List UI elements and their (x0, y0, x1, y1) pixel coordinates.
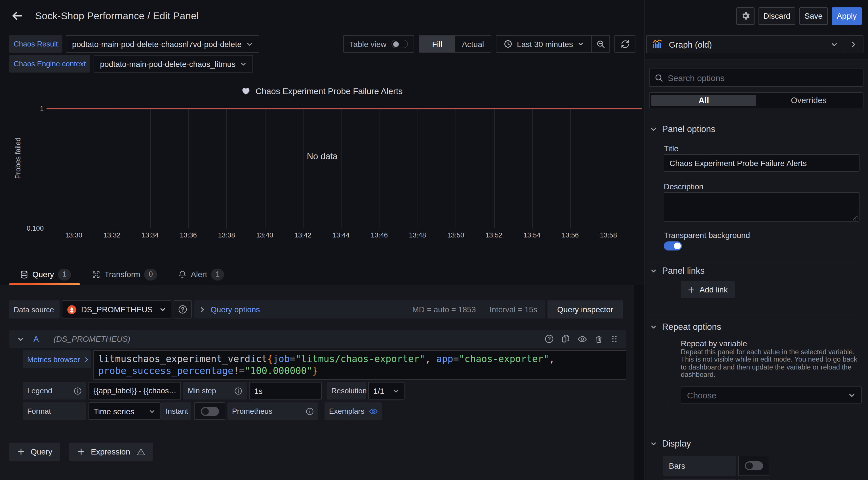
info-circle-icon[interactable] (234, 387, 242, 395)
editor-tabs: Query 1 Transform 0 Alert (0, 264, 645, 285)
trash-icon[interactable] (594, 335, 603, 343)
datasource-help-button[interactable] (174, 300, 192, 318)
drag-handle-icon[interactable] (611, 335, 618, 343)
collapse-options-button[interactable] (844, 36, 863, 53)
filter-all[interactable]: All (651, 95, 756, 106)
editor-scroll-gutter[interactable] (634, 285, 645, 480)
copy-icon[interactable] (561, 334, 570, 343)
x-tick-label: 13:30 (65, 231, 82, 239)
exemplars-label: Exemplars (329, 407, 365, 415)
section-repeat-options[interactable]: Repeat options (650, 322, 721, 332)
options-body: All Overrides Panel options Title Chaos … (645, 60, 868, 480)
x-tick-label: 13:38 (218, 231, 235, 239)
tab-alert[interactable]: Alert 1 (168, 264, 234, 285)
chevron-down-icon (650, 323, 657, 331)
arrow-left-icon (11, 10, 23, 22)
instant-toggle[interactable] (200, 407, 219, 416)
gridline (227, 109, 227, 228)
options-search[interactable] (649, 69, 864, 87)
plus-icon (688, 286, 695, 293)
chevron-down-icon (650, 268, 657, 274)
visualization-select[interactable]: Graph (old) (646, 35, 864, 53)
query-options-toggle[interactable]: Query options (211, 305, 260, 314)
prometheus-icon (67, 305, 76, 314)
bell-icon (179, 270, 187, 278)
repeat-variable-select[interactable]: Choose (681, 386, 862, 404)
next-option-row-clipped (663, 479, 769, 480)
apply-button[interactable]: Apply (832, 7, 862, 25)
question-circle-icon (178, 305, 187, 314)
query-datasource: (DS_PROMETHEUS) (54, 334, 130, 343)
datasource-label: Data source (9, 300, 60, 318)
help-icon[interactable] (545, 334, 554, 343)
promql-expression-input[interactable]: litmuschaos_experiment_verdict{job="litm… (93, 350, 626, 380)
x-tick-label: 13:56 (562, 231, 579, 239)
add-query-button[interactable]: Query (9, 443, 60, 461)
panel-title-input[interactable]: Chaos Experiment Probe Failure Alerts (664, 154, 860, 172)
database-icon (20, 270, 28, 278)
legend-input[interactable]: {{app_label}} - {{chaos… (89, 382, 181, 400)
title-label: Title (664, 144, 679, 153)
edit-header: Sock-Shop Performance / Edit Panel Disca… (0, 0, 868, 32)
tab-transform[interactable]: Transform 0 (81, 264, 166, 285)
eye-icon[interactable] (578, 334, 587, 344)
format-select[interactable]: Time series (89, 402, 160, 420)
tab-query[interactable]: Query 1 (9, 264, 80, 285)
chevron-down-icon (17, 335, 24, 343)
exemplars-eye-icon[interactable] (369, 407, 378, 416)
gridline (609, 109, 609, 228)
min-step-input[interactable]: 1s (249, 382, 322, 400)
gridline (112, 109, 113, 228)
add-link-button[interactable]: Add link (681, 281, 735, 298)
description-textarea[interactable] (664, 192, 860, 221)
chevron-down-icon (650, 440, 657, 447)
chevron-down-icon (848, 391, 856, 399)
chevron-right-icon (83, 356, 90, 363)
resolution-select[interactable]: 1/1 (368, 382, 404, 400)
panel-header[interactable]: Chaos Experiment Probe Failure Alerts (0, 86, 645, 96)
datasource-name: DS_PROMETHEUS (81, 305, 155, 314)
metrics-browser-button[interactable]: Metrics browser (23, 350, 91, 368)
gridline (150, 109, 151, 228)
chart-plot-area[interactable] (46, 109, 642, 228)
y-tick-label: 1 (40, 105, 44, 113)
chevron-down-icon (393, 387, 399, 394)
chevron-down-icon (831, 40, 844, 48)
panel-settings-button[interactable] (736, 7, 754, 25)
query-inspector-button[interactable]: Query inspector (548, 300, 623, 318)
legend-row: Legend {{app_label}} - {{chaos… Min step… (23, 382, 404, 400)
bars-toggle[interactable] (745, 461, 763, 470)
editor-footer-buttons: Query Expression (9, 443, 153, 461)
back-button[interactable] (8, 7, 26, 25)
chevron-down-icon (149, 408, 155, 415)
x-tick-label: 13:52 (485, 231, 502, 239)
section-panel-links[interactable]: Panel links (650, 266, 705, 276)
add-expression-button[interactable]: Expression (69, 443, 153, 461)
gridline (379, 109, 380, 228)
section-panel-options[interactable]: Panel options (650, 124, 715, 134)
header-actions: Discard Save Apply (736, 7, 868, 25)
instant-switch-box (194, 402, 225, 420)
datasource-row: Data source DS_PROMETHEUS (9, 300, 623, 318)
graph-panel-icon (652, 38, 663, 50)
section-display[interactable]: Display (650, 439, 691, 449)
gridline (417, 109, 418, 228)
filter-overrides[interactable]: Overrides (756, 95, 861, 106)
transparent-background-toggle[interactable] (664, 241, 682, 250)
info-circle-icon[interactable] (306, 407, 314, 415)
x-tick-label: 13:42 (294, 231, 311, 239)
options-filter: All Overrides (649, 92, 864, 108)
datasource-picker[interactable]: DS_PROMETHEUS (62, 300, 171, 318)
save-button[interactable]: Save (799, 7, 828, 25)
discard-button[interactable]: Discard (758, 7, 795, 25)
resize-handle-icon[interactable] (853, 215, 858, 220)
info-circle-icon[interactable] (74, 387, 82, 395)
query-row-header[interactable]: A (DS_PROMETHEUS) (9, 330, 626, 348)
x-tick-label: 13:50 (447, 231, 464, 239)
query-row-actions (545, 334, 618, 344)
query-ref-id: A (33, 334, 39, 343)
options-search-input[interactable] (668, 73, 858, 82)
gridline (303, 109, 304, 228)
options-pane: Graph (old) A (645, 0, 868, 480)
gridline (456, 109, 456, 228)
